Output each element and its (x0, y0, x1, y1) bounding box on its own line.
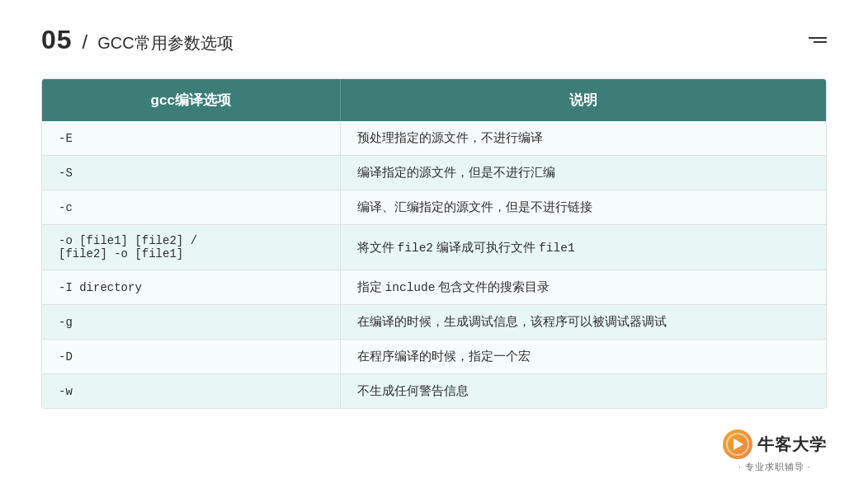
option-cell: -S (42, 156, 340, 190)
option-cell: -c (42, 190, 340, 225)
col-header-option: gcc编译选项 (42, 79, 340, 121)
option-cell: -E (42, 121, 340, 156)
table-row: -E 预处理指定的源文件，不进行编译 (42, 121, 826, 156)
header-number: 05 (41, 25, 73, 55)
option-cell: -o [file1] [file2] /[file2] -o [file1] (42, 225, 340, 270)
option-cell: -I directory (42, 270, 340, 305)
table-row: -c 编译、汇编指定的源文件，但是不进行链接 (42, 190, 826, 225)
table-row: -D 在程序编译的时候，指定一个宏 (42, 340, 826, 374)
gcc-options-table: gcc编译选项 说明 -E 预处理指定的源文件，不进行编译 -S 编译指定的源文… (42, 79, 826, 408)
header-left: 05 / GCC常用参数选项 (41, 25, 234, 55)
header-slash: / (83, 30, 88, 54)
col-header-desc: 说明 (340, 79, 826, 121)
desc-cell: 将文件 file2 编译成可执行文件 file1 (340, 225, 826, 270)
table-row: -g 在编译的时候，生成调试信息，该程序可以被调试器调试 (42, 305, 826, 340)
page-container: 05 / GCC常用参数选项 gcc编译选项 说明 -E 预处理指定的源文件，不… (0, 0, 868, 488)
logo-text-main: 牛客大学 (757, 434, 827, 456)
table-header-row: gcc编译选项 说明 (42, 79, 826, 121)
option-cell: -D (42, 340, 340, 374)
logo-area: 牛客大学 · 专业求职辅导 · (723, 429, 827, 473)
header: 05 / GCC常用参数选项 (41, 25, 827, 55)
logo-icon: 牛客大学 (723, 429, 827, 459)
desc-cell: 编译指定的源文件，但是不进行汇编 (340, 156, 826, 190)
menu-line-bottom (814, 41, 827, 43)
option-cell: -g (42, 305, 340, 340)
table-row: -w 不生成任何警告信息 (42, 374, 826, 409)
table-row: -o [file1] [file2] /[file2] -o [file1] 将… (42, 225, 826, 270)
desc-cell: 指定 include 包含文件的搜索目录 (340, 270, 826, 305)
logo-ring (726, 433, 749, 456)
table-row: -I directory 指定 include 包含文件的搜索目录 (42, 270, 826, 305)
header-title: GCC常用参数选项 (97, 32, 233, 54)
desc-cell: 编译、汇编指定的源文件，但是不进行链接 (340, 190, 826, 225)
menu-icon[interactable] (809, 37, 827, 43)
table-row: -S 编译指定的源文件，但是不进行汇编 (42, 156, 826, 190)
logo-circle (723, 429, 752, 459)
menu-line-top (809, 37, 827, 39)
desc-cell: 在程序编译的时候，指定一个宏 (340, 340, 826, 374)
desc-cell: 不生成任何警告信息 (340, 374, 826, 409)
desc-cell: 预处理指定的源文件，不进行编译 (340, 121, 826, 156)
option-cell: -w (42, 374, 340, 409)
logo-text-sub: · 专业求职辅导 · (738, 461, 811, 473)
desc-cell: 在编译的时候，生成调试信息，该程序可以被调试器调试 (340, 305, 826, 340)
table-wrapper: gcc编译选项 说明 -E 预处理指定的源文件，不进行编译 -S 编译指定的源文… (41, 78, 827, 409)
